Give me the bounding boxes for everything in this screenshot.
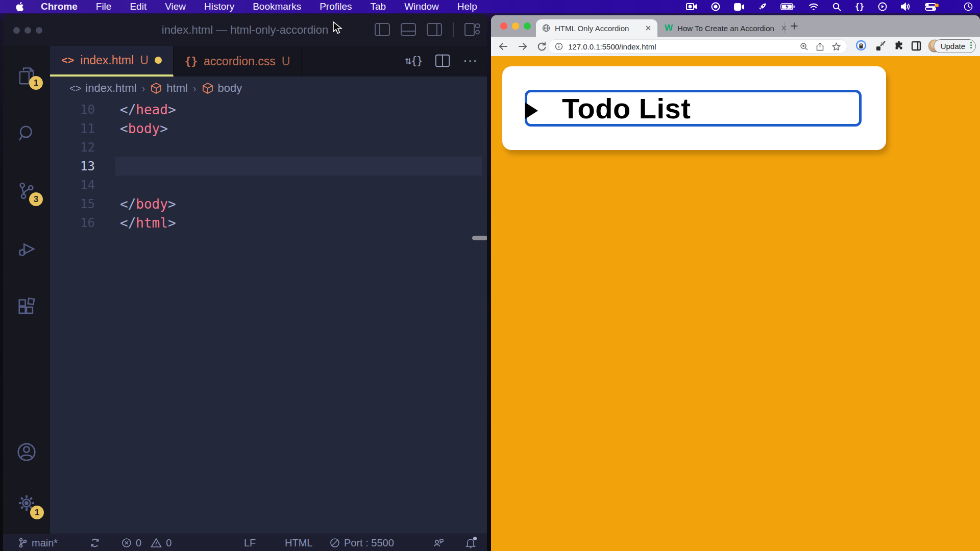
mouse-cursor bbox=[333, 21, 344, 35]
chrome-traffic-lights[interactable] bbox=[500, 22, 531, 30]
warnings-icon bbox=[151, 538, 162, 548]
sidebar-item-search[interactable] bbox=[3, 117, 50, 150]
more-actions-icon[interactable]: ··· bbox=[463, 53, 478, 68]
site-info-icon[interactable] bbox=[555, 42, 563, 51]
tab-index-html[interactable]: <> index.html U bbox=[50, 46, 174, 77]
split-editor-icon[interactable] bbox=[435, 54, 450, 67]
breadcrumb-html[interactable]: html bbox=[150, 82, 188, 95]
scrollbar-handle[interactable] bbox=[472, 236, 487, 240]
search-icon bbox=[17, 124, 36, 143]
zoom-icon[interactable] bbox=[800, 42, 808, 51]
tab-accordion-css[interactable]: {} accordion.css U bbox=[174, 46, 302, 77]
git-branch-status[interactable]: main* bbox=[18, 534, 58, 551]
tab-title: HTML Only Accordion bbox=[555, 24, 641, 33]
web-page: Todo List bbox=[491, 56, 980, 551]
play-circle-icon[interactable] bbox=[878, 2, 887, 11]
accordion-title: Todo List bbox=[562, 92, 691, 125]
chevron-right-icon: › bbox=[142, 83, 145, 94]
code-line: 11<body> bbox=[50, 119, 487, 138]
feedback-icon[interactable] bbox=[433, 534, 444, 551]
battery-charging-icon[interactable] bbox=[780, 3, 795, 10]
new-tab-button[interactable] bbox=[790, 22, 798, 30]
menu-bookmarks[interactable]: Bookmarks bbox=[253, 1, 301, 12]
sync-status[interactable] bbox=[90, 534, 100, 551]
tab-how-to-create-accordion[interactable]: W How To Create an Accordion bbox=[665, 19, 776, 37]
menu-history[interactable]: History bbox=[204, 1, 234, 12]
volume-icon[interactable] bbox=[901, 3, 911, 11]
settings-badge: 1 bbox=[30, 506, 44, 519]
details-marker-icon[interactable] bbox=[525, 103, 538, 119]
eyedropper-extension-icon[interactable] bbox=[874, 40, 887, 52]
close-window-button[interactable] bbox=[500, 22, 507, 30]
side-panel-icon[interactable] bbox=[911, 41, 921, 51]
errors-icon bbox=[121, 538, 132, 548]
vscode-titlebar[interactable]: index.html — html-only-accordion bbox=[3, 14, 487, 46]
breadcrumb-file[interactable]: <> index.html bbox=[69, 82, 137, 95]
tab-label: accordion.css bbox=[204, 55, 276, 68]
clock-icon[interactable] bbox=[964, 2, 973, 11]
menu-edit[interactable]: Edit bbox=[130, 1, 146, 12]
sidebar-item-settings[interactable]: 1 bbox=[3, 487, 50, 519]
bookmark-star-icon[interactable] bbox=[832, 42, 841, 51]
update-chrome-button[interactable]: Update bbox=[934, 39, 976, 53]
problems-status[interactable]: 0 0 bbox=[121, 534, 172, 551]
chrome-menu-icon[interactable] bbox=[970, 42, 972, 48]
notification-dot bbox=[935, 4, 939, 7]
braces-icon[interactable]: {} bbox=[855, 2, 864, 11]
share-icon[interactable] bbox=[816, 42, 824, 51]
customize-layout-icon[interactable] bbox=[464, 23, 480, 36]
forward-button[interactable] bbox=[518, 42, 528, 51]
password-extension-icon[interactable] bbox=[855, 40, 868, 52]
titlebar-separator bbox=[453, 22, 454, 37]
reload-button[interactable] bbox=[537, 42, 547, 52]
code-line: 14 bbox=[50, 176, 487, 194]
sidebar-item-run-debug[interactable] bbox=[3, 233, 50, 265]
maximize-window-button[interactable] bbox=[524, 22, 531, 30]
menu-help[interactable]: Help bbox=[457, 1, 477, 12]
sidebar-item-extensions[interactable] bbox=[3, 291, 50, 323]
toggle-secondary-sidebar-icon[interactable] bbox=[427, 23, 442, 36]
code-line: 10</head> bbox=[50, 100, 487, 119]
record-icon[interactable] bbox=[711, 2, 720, 11]
minimize-window-button[interactable] bbox=[512, 22, 519, 30]
extensions-puzzle-icon[interactable] bbox=[893, 40, 904, 52]
back-button[interactable] bbox=[498, 42, 508, 51]
address-bar[interactable]: 127.0.0.1:5500/index.html bbox=[548, 39, 847, 54]
close-tab-icon[interactable] bbox=[645, 25, 651, 31]
menu-tab[interactable]: Tab bbox=[371, 1, 386, 12]
extensions-icon bbox=[17, 297, 36, 317]
sidebar-item-account[interactable] bbox=[3, 436, 50, 468]
notifications-bell-icon[interactable] bbox=[465, 534, 476, 551]
accordion-summary[interactable]: Todo List bbox=[525, 90, 862, 127]
toggle-sidebar-icon[interactable] bbox=[375, 23, 390, 36]
account-icon bbox=[16, 442, 37, 462]
toggle-panel-icon[interactable] bbox=[401, 23, 416, 36]
unsaved-dot-icon[interactable] bbox=[155, 57, 162, 64]
url-text[interactable]: 127.0.0.1:5500/index.html bbox=[568, 42, 656, 51]
sidebar-item-source-control[interactable]: 3 bbox=[3, 174, 50, 207]
search-icon[interactable] bbox=[832, 3, 841, 11]
menu-window[interactable]: Window bbox=[404, 1, 439, 12]
control-center-icon[interactable] bbox=[925, 3, 936, 11]
rocket-icon[interactable] bbox=[758, 3, 767, 11]
breadcrumb-body[interactable]: body bbox=[202, 82, 242, 95]
live-server-port[interactable]: Port : 5500 bbox=[330, 534, 394, 551]
video-camera-icon[interactable] bbox=[734, 3, 744, 11]
eol-indicator[interactable]: LF bbox=[244, 534, 256, 551]
menu-profiles[interactable]: Profiles bbox=[320, 1, 352, 12]
html-file-icon: <> bbox=[61, 54, 74, 66]
menu-file[interactable]: File bbox=[96, 1, 112, 12]
menu-chrome[interactable]: Chrome bbox=[41, 1, 78, 12]
code-editor[interactable]: 10</head> 11<body> 12 13 14 15</body> 16… bbox=[50, 100, 487, 534]
screen-record-icon[interactable] bbox=[686, 3, 697, 11]
angle-brackets-icon: <> bbox=[69, 83, 81, 94]
open-changes-icon[interactable]: ⇅{} bbox=[405, 54, 422, 67]
sidebar-item-explorer[interactable]: 1 bbox=[3, 60, 50, 93]
language-mode[interactable]: HTML bbox=[285, 534, 312, 551]
wifi-icon[interactable] bbox=[808, 3, 819, 11]
menu-view[interactable]: View bbox=[165, 1, 186, 12]
tab-html-only-accordion[interactable]: HTML Only Accordion bbox=[536, 19, 657, 37]
sync-icon bbox=[90, 538, 100, 548]
apple-icon[interactable] bbox=[15, 2, 24, 12]
css-file-icon: {} bbox=[185, 55, 198, 67]
